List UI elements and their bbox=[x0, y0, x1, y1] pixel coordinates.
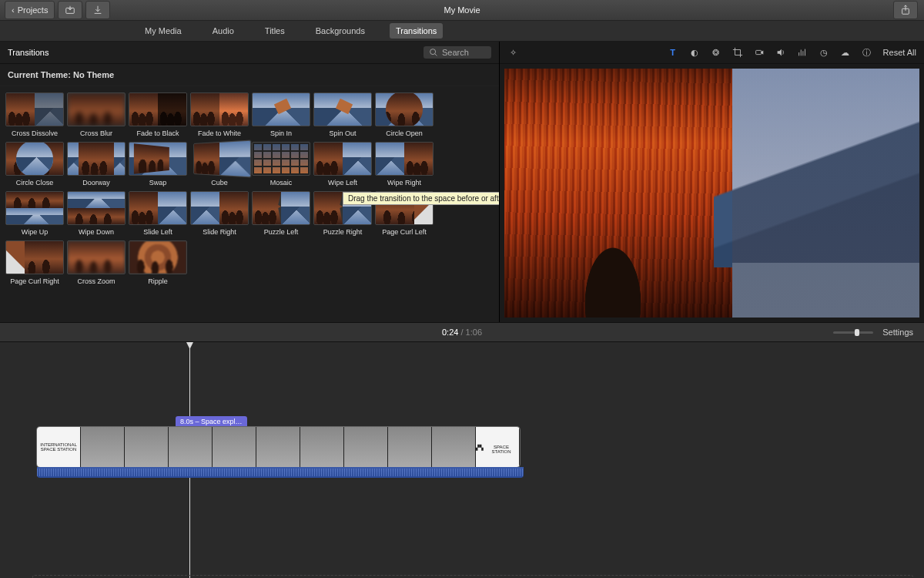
transitions-grid: Cross DissolveCross BlurFade to BlackFad… bbox=[0, 86, 499, 291]
clip-frame bbox=[256, 427, 300, 467]
transition-swap[interactable]: Swap bbox=[129, 142, 186, 187]
transition-wipe-down[interactable]: Wipe Down bbox=[68, 191, 125, 236]
clip-label[interactable]: 8.0s – Space expl… bbox=[176, 416, 247, 427]
transition-label: Wipe Left bbox=[328, 179, 357, 187]
transition-doorway[interactable]: Doorway bbox=[68, 142, 125, 187]
transition-label: Spin Out bbox=[329, 129, 356, 137]
transition-label: Ripple bbox=[148, 277, 168, 285]
projects-button[interactable]: ‹ Projects bbox=[5, 1, 55, 19]
info-icon[interactable]: ⓘ bbox=[862, 47, 872, 58]
share-button[interactable] bbox=[893, 1, 918, 19]
transition-wipe-right[interactable]: Wipe Right bbox=[376, 142, 433, 187]
transition-fade-to-black[interactable]: Fade to Black bbox=[129, 92, 186, 137]
transitions-browser: Transitions Search Current Theme: No The… bbox=[0, 42, 500, 322]
transition-label: Slide Right bbox=[203, 228, 236, 236]
transition-label: Page Curl Right bbox=[10, 277, 59, 285]
text-tool-icon[interactable]: T bbox=[668, 47, 678, 58]
transition-slide-right[interactable]: Slide Right bbox=[191, 191, 248, 236]
download-icon bbox=[92, 5, 103, 15]
filter-icon[interactable]: ☁ bbox=[840, 47, 851, 58]
transition-slide-left[interactable]: Slide Left bbox=[129, 191, 186, 236]
transition-label: Cube bbox=[211, 179, 228, 187]
transition-wipe-left[interactable]: Wipe Left bbox=[314, 142, 371, 187]
transition-label: Wipe Up bbox=[22, 228, 49, 236]
stabilize-icon[interactable] bbox=[754, 47, 765, 58]
transition-page-curl-right[interactable]: Page Curl Right bbox=[6, 240, 63, 285]
tab-titles[interactable]: Titles bbox=[259, 23, 291, 39]
transition-label: Doorway bbox=[82, 179, 110, 187]
clip-frame bbox=[388, 427, 432, 467]
tab-transitions[interactable]: Transitions bbox=[390, 23, 443, 39]
speed-icon[interactable]: ◷ bbox=[819, 47, 829, 58]
transition-label: Mosaic bbox=[270, 179, 293, 187]
drag-tooltip: Drag the transition to the space before … bbox=[343, 192, 499, 205]
color-balance-icon[interactable]: ◐ bbox=[689, 47, 700, 58]
transition-cross-zoom[interactable]: Cross Zoom bbox=[68, 240, 125, 285]
theme-label: Current Theme: No Theme bbox=[0, 64, 499, 86]
video-clip[interactable]: INTERNATIONAL SPACE STATION▞▚SPACE STATI… bbox=[37, 427, 520, 467]
tab-my-media[interactable]: My Media bbox=[139, 23, 188, 39]
svg-point-2 bbox=[430, 49, 436, 55]
transition-spin-in[interactable]: Spin In bbox=[253, 92, 310, 137]
clip-frame bbox=[125, 427, 169, 467]
time-display: 0:24 / 1:06 bbox=[442, 328, 482, 337]
clip-frame bbox=[432, 427, 476, 467]
magic-wand-icon[interactable]: ✧ bbox=[507, 47, 518, 58]
zoom-slider[interactable] bbox=[833, 331, 873, 334]
titlebar: ‹ Projects My Movie bbox=[0, 0, 924, 21]
transition-cube[interactable]: Cube bbox=[191, 142, 248, 187]
settings-button[interactable]: Settings bbox=[882, 328, 913, 337]
search-input[interactable]: Search bbox=[424, 46, 491, 59]
transition-spin-out[interactable]: Spin Out bbox=[314, 92, 371, 137]
clip-frame: ▞▚SPACE STATION bbox=[476, 427, 520, 467]
preview-viewer: ✧ T ◐ ❂ ◷ ☁ ⓘ Reset All bbox=[500, 42, 924, 322]
search-icon bbox=[428, 47, 439, 58]
transition-label: Puzzle Right bbox=[323, 228, 363, 236]
transition-circle-close[interactable]: Circle Close bbox=[6, 142, 63, 187]
clip-frame bbox=[213, 427, 256, 467]
transition-label: Spin In bbox=[270, 129, 292, 137]
transition-label: Wipe Right bbox=[387, 179, 421, 187]
color-wheel-icon[interactable]: ❂ bbox=[711, 47, 721, 58]
reset-all-button[interactable]: Reset All bbox=[883, 48, 916, 57]
share-icon bbox=[900, 5, 911, 15]
svg-rect-3 bbox=[755, 50, 761, 54]
import-button[interactable] bbox=[58, 1, 82, 19]
transition-label: Cross Blur bbox=[80, 129, 112, 137]
transition-cross-blur[interactable]: Cross Blur bbox=[68, 92, 125, 137]
transition-label: Fade to Black bbox=[136, 129, 179, 137]
crop-icon[interactable] bbox=[732, 47, 743, 58]
transition-label: Wipe Down bbox=[79, 228, 114, 236]
browser-heading: Transitions bbox=[8, 48, 49, 57]
tab-backgrounds[interactable]: Backgrounds bbox=[310, 23, 371, 39]
transition-label: Fade to White bbox=[198, 129, 241, 137]
clip-frame bbox=[300, 427, 344, 467]
import-icon bbox=[65, 5, 75, 15]
transition-circle-open[interactable]: Circle Open bbox=[376, 92, 433, 137]
transition-cross-dissolve[interactable]: Cross Dissolve bbox=[6, 92, 63, 137]
transition-label: Cross Dissolve bbox=[12, 129, 58, 137]
transition-label: Puzzle Left bbox=[264, 228, 299, 236]
clip-frame bbox=[344, 427, 388, 467]
clip-frame: INTERNATIONAL SPACE STATION bbox=[37, 427, 81, 467]
chevron-left-icon: ‹ bbox=[12, 5, 15, 15]
transition-label: Swap bbox=[149, 179, 167, 187]
transition-mosaic[interactable]: Mosaic bbox=[253, 142, 310, 187]
preview-canvas[interactable] bbox=[504, 69, 919, 318]
projects-label: Projects bbox=[18, 5, 49, 15]
transition-wipe-up[interactable]: Wipe Up bbox=[6, 191, 63, 236]
tab-audio[interactable]: Audio bbox=[206, 23, 240, 39]
transition-ripple[interactable]: Ripple bbox=[129, 240, 186, 285]
transition-fade-to-white[interactable]: Fade to White bbox=[191, 92, 248, 137]
transition-label: Cross Zoom bbox=[77, 277, 115, 285]
timeline-toolbar: 0:24 / 1:06 Settings bbox=[0, 322, 924, 342]
equalizer-icon[interactable] bbox=[797, 47, 808, 58]
volume-icon[interactable] bbox=[775, 47, 786, 58]
transition-label: Page Curl Left bbox=[382, 228, 427, 236]
timeline[interactable]: 8.0s – Space expl… INTERNATIONAL SPACE S… bbox=[0, 342, 924, 578]
download-button[interactable] bbox=[85, 1, 110, 19]
music-well[interactable]: ♫ bbox=[32, 575, 913, 578]
transition-label: Circle Open bbox=[386, 129, 423, 137]
transition-puzzle-left[interactable]: Puzzle Left bbox=[253, 191, 310, 236]
audio-clip[interactable] bbox=[37, 467, 524, 478]
